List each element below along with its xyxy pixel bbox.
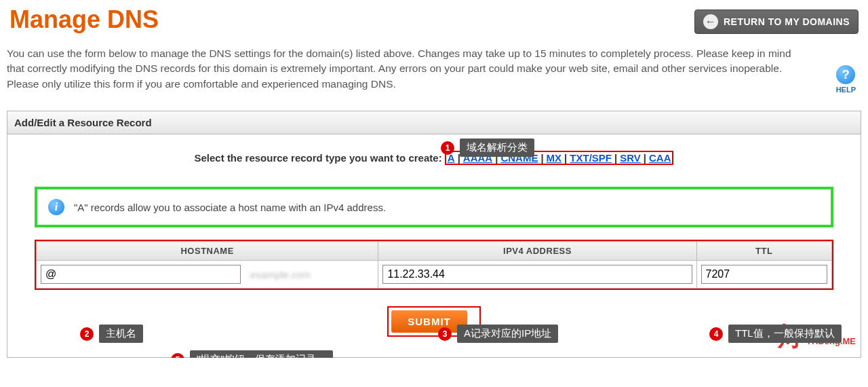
annotation-2: 2 主机名 bbox=[80, 325, 143, 343]
page-description: You can use the form below to manage the… bbox=[7, 46, 807, 92]
record-type-selector: Select the resource record type you want… bbox=[7, 134, 861, 180]
return-to-domains-button[interactable]: ← RETURN TO MY DOMAINS bbox=[694, 10, 859, 34]
info-icon: i bbox=[48, 199, 64, 215]
annotation-3-text: A记录对应的IP地址 bbox=[457, 325, 558, 343]
type-mx-link[interactable]: MX bbox=[547, 152, 562, 164]
help-label: HELP bbox=[836, 86, 856, 94]
annotation-3: 3 A记录对应的IP地址 bbox=[438, 325, 558, 343]
annotation-4: 4 TTL值，一般保持默认 bbox=[709, 325, 842, 343]
annotation-5-text: "提交"按钮，保存添加记录。 bbox=[190, 350, 333, 358]
return-button-label: RETURN TO MY DOMAINS bbox=[724, 16, 850, 27]
annotation-badge-icon: 3 bbox=[438, 327, 452, 341]
annotation-2-text: 主机名 bbox=[99, 325, 143, 343]
select-label: Select the resource record type you want… bbox=[195, 152, 442, 164]
type-txtspf-link[interactable]: TXT/SPF bbox=[570, 152, 612, 164]
help-icon[interactable]: ? bbox=[836, 65, 855, 84]
info-text: "A" records allow you to associate a hos… bbox=[74, 202, 386, 213]
panel-heading: Add/Edit a Resource Record bbox=[7, 111, 861, 134]
record-form-area: HOSTNAME IPV4 ADDRESS TTL .example.com bbox=[35, 240, 833, 290]
hostname-input[interactable] bbox=[41, 265, 241, 284]
col-ipv4: IPV4 ADDRESS bbox=[378, 242, 696, 261]
submit-row: SUBMIT bbox=[7, 290, 861, 357]
annotation-badge-icon: 1 bbox=[441, 141, 454, 155]
ipv4-input[interactable] bbox=[382, 265, 692, 284]
col-ttl: TTL bbox=[696, 242, 831, 261]
record-table: HOSTNAME IPV4 ADDRESS TTL .example.com bbox=[36, 241, 832, 289]
resource-record-panel: Add/Edit a Resource Record Select the re… bbox=[7, 111, 861, 358]
annotation-badge-icon: 5 bbox=[171, 353, 184, 358]
col-hostname: HOSTNAME bbox=[37, 242, 378, 261]
annotation-5: 5 "提交"按钮，保存添加记录。 bbox=[171, 350, 333, 358]
ttl-input[interactable] bbox=[701, 265, 827, 284]
record-row: .example.com bbox=[37, 261, 832, 289]
type-srv-link[interactable]: SRV bbox=[620, 152, 641, 164]
page-root: ← RETURN TO MY DOMAINS Manage DNS You ca… bbox=[0, 5, 868, 358]
annotation-4-text: TTL值，一般保持默认 bbox=[728, 325, 842, 343]
type-caa-link[interactable]: CAA bbox=[649, 152, 671, 164]
help-block: ? HELP bbox=[836, 65, 856, 94]
annotation-1: 1 域名解析分类 bbox=[441, 139, 534, 157]
annotation-badge-icon: 4 bbox=[709, 327, 723, 341]
annotation-1-text: 域名解析分类 bbox=[460, 139, 534, 157]
back-arrow-icon: ← bbox=[703, 14, 718, 29]
annotation-badge-icon: 2 bbox=[80, 327, 94, 341]
info-box: i "A" records allow you to associate a h… bbox=[35, 187, 833, 227]
domain-suffix: .example.com bbox=[241, 269, 374, 280]
